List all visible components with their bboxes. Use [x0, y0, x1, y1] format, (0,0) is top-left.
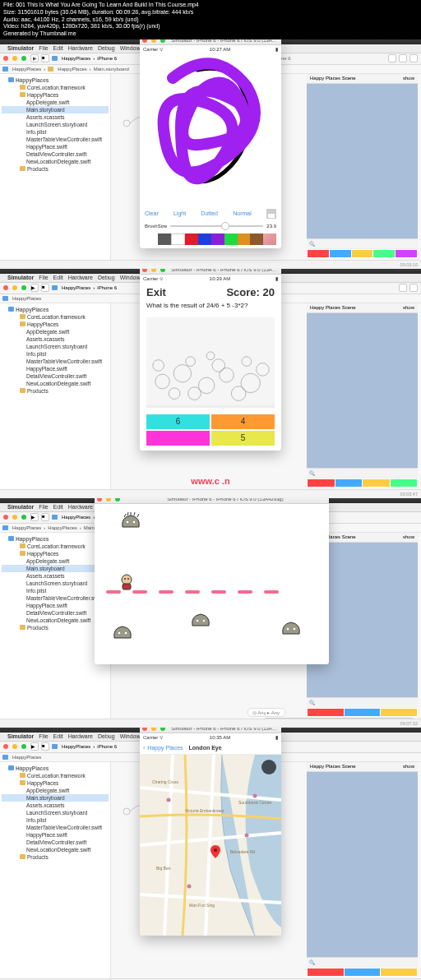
- svg-point-28: [294, 627, 296, 630]
- size-class-control[interactable]: ◎ Any ▸ Any: [247, 708, 285, 717]
- game-canvas[interactable]: [95, 504, 329, 664]
- brushsize-slider[interactable]: [170, 225, 263, 227]
- svg-point-0: [123, 120, 130, 127]
- light-button[interactable]: Light: [173, 210, 186, 216]
- score-label: Score: 20: [226, 286, 275, 298]
- svg-point-34: [253, 793, 257, 797]
- svg-point-20: [127, 578, 129, 580]
- svg-point-25: [197, 619, 199, 622]
- answer-option[interactable]: [146, 431, 210, 446]
- back-button[interactable]: Happy Places: [147, 745, 183, 751]
- project-navigator[interactable]: HappyPlaces CoreLocation.framework Happy…: [0, 762, 111, 980]
- back-chevron-icon[interactable]: ‹: [143, 745, 145, 751]
- scheme-name[interactable]: HappyPlaces: [62, 56, 90, 61]
- poi-label: Charing Cross: [152, 779, 178, 784]
- brushsize-value: 23.9: [266, 224, 276, 229]
- answer-option[interactable]: 4: [211, 414, 275, 429]
- project-navigator[interactable]: HappyPlaces CoreLocation.framework Happy…: [0, 303, 111, 497]
- enemy-hedgehog-icon: [119, 512, 142, 532]
- inspector-panel[interactable]: Happy Places Sceneshow 🔍: [307, 74, 418, 258]
- map-view[interactable]: Charing Cross Victoria Embankment Big Be…: [140, 755, 281, 936]
- svg-point-31: [167, 797, 171, 802]
- ios-simulator-window[interactable]: Simulator - iPhone 6 - iPhone 6 / iOS 9.…: [140, 269, 281, 451]
- dotted-button[interactable]: Dotted: [201, 210, 218, 216]
- svg-point-24: [125, 631, 127, 634]
- enemy-hedgehog-icon: [280, 619, 303, 639]
- svg-text:Victoria Embankment: Victoria Embankment: [185, 808, 224, 813]
- svg-text:Belvedere Rd: Belvedere Rd: [230, 849, 256, 854]
- svg-point-21: [127, 520, 129, 523]
- watermark: www.c .n: [191, 476, 229, 486]
- svg-point-19: [124, 578, 126, 580]
- svg-point-29: [123, 808, 130, 815]
- enemy-hedgehog-icon: [111, 623, 134, 643]
- svg-point-17: [122, 575, 132, 585]
- svg-point-22: [133, 520, 136, 523]
- panel-game: Simulator FileEditHardware DebugWindowHe…: [0, 498, 421, 728]
- ios-status-bar: Carrier ᯤ10:27 AM▮: [140, 45, 281, 53]
- question-image: [146, 317, 275, 408]
- normal-button[interactable]: Normal: [233, 210, 252, 216]
- nav-title: London Eye: [189, 745, 222, 751]
- timestamp: 00:03:10: [0, 260, 421, 268]
- svg-point-27: [287, 627, 289, 630]
- ios-simulator-window-landscape[interactable]: Simulator - iPhone 6 - iPhone 6 / iOS 9.…: [95, 498, 329, 664]
- svg-text:Southbank Centre: Southbank Centre: [238, 800, 272, 805]
- clear-button[interactable]: Clear: [145, 210, 159, 216]
- panel-quiz: Simulator FileEdit HardwareDebug WindowH…: [0, 269, 421, 498]
- compass-icon[interactable]: [261, 760, 276, 774]
- answer-grid: 6 4 5: [140, 411, 281, 451]
- svg-point-40: [214, 848, 217, 852]
- player-character-icon: [118, 573, 136, 591]
- svg-point-32: [245, 833, 249, 837]
- paint-drawing-canvas[interactable]: [140, 53, 281, 206]
- rope-obstacle: [106, 582, 317, 585]
- project-navigator[interactable]: HappyPlaces CoreLocation.framework Happy…: [0, 74, 111, 268]
- svg-point-33: [187, 884, 192, 888]
- enemy-hedgehog-icon: [189, 611, 212, 631]
- answer-option[interactable]: 5: [211, 431, 275, 446]
- svg-point-23: [118, 631, 121, 634]
- save-icon[interactable]: [266, 209, 276, 219]
- question-text: What is the result of 24/6 + 5 -3*2?: [140, 302, 281, 314]
- brushsize-label: BrushSize: [145, 224, 167, 229]
- panel-paint: Simulator File Edit Hardware Debug Windo…: [0, 39, 421, 269]
- object-library-search[interactable]: 🔍: [307, 238, 418, 248]
- svg-rect-18: [123, 584, 131, 589]
- run-button[interactable]: ▶: [30, 54, 39, 62]
- ios-simulator-window[interactable]: Simulator - iPhone 6 - iPhone 6 / iOS 9.…: [140, 39, 281, 248]
- exit-button[interactable]: Exit: [146, 286, 166, 298]
- answer-option[interactable]: 6: [146, 414, 210, 429]
- stop-button[interactable]: ■: [41, 54, 49, 62]
- color-palette[interactable]: [145, 233, 276, 245]
- app-name[interactable]: Simulator: [7, 45, 34, 51]
- svg-text:Man Fun Sing: Man Fun Sing: [189, 903, 215, 908]
- svg-point-26: [203, 619, 206, 622]
- panel-map: Simulator FileEditHardware DebugWindowHe…: [0, 728, 421, 980]
- svg-text:Big Ben: Big Ben: [156, 866, 171, 871]
- ios-simulator-window[interactable]: Simulator - iPhone 6 - iPhone 6 / iOS 9.…: [140, 728, 281, 936]
- video-metadata-block: File: 001 This Is What You Are Going To …: [0, 0, 421, 39]
- file-main-storyboard[interactable]: Main.storyboard: [2, 106, 109, 113]
- eraser-icon[interactable]: [263, 233, 276, 245]
